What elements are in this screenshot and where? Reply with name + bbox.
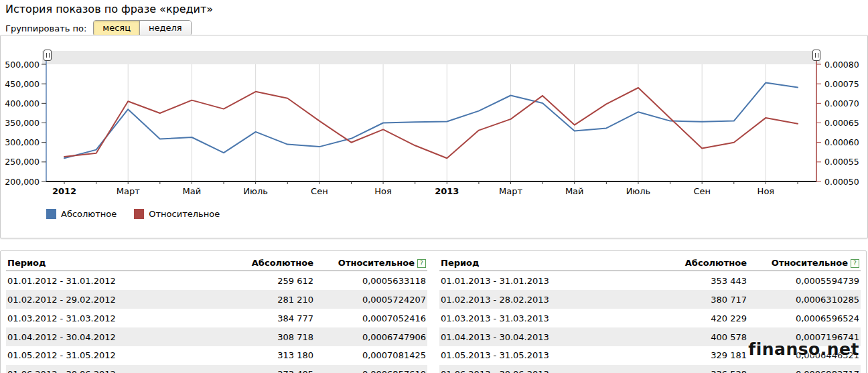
cell-period: 01.05.2012 - 31.05.2012 xyxy=(6,346,228,365)
svg-text:Сен: Сен xyxy=(311,186,328,196)
table-row: 01.05.2012 - 31.05.2012313 1800,00070814… xyxy=(6,346,427,365)
group-by-toggle: месяц неделя xyxy=(93,20,191,36)
cell-absolute: 259 612 xyxy=(228,271,315,291)
svg-text:0.00080: 0.00080 xyxy=(824,60,859,70)
svg-text:0.00060: 0.00060 xyxy=(824,137,859,147)
cell-absolute: 353 443 xyxy=(661,271,748,291)
table-row: 01.02.2013 - 28.02.2013380 7170,00063102… xyxy=(439,290,861,309)
cell-absolute: 329 181 xyxy=(661,346,748,365)
svg-text:2013: 2013 xyxy=(435,186,459,196)
svg-text:0.00075: 0.00075 xyxy=(824,79,859,89)
cell-period: 01.04.2013 - 30.04.2013 xyxy=(439,327,661,346)
table-row: 01.01.2012 - 31.01.2012259 6120,00056331… xyxy=(6,271,427,291)
range-slider-right-handle[interactable] xyxy=(812,50,820,61)
page-title: История показов по фразе «кредит» xyxy=(5,3,868,15)
cell-absolute: 313 180 xyxy=(228,346,315,365)
svg-text:Май: Май xyxy=(183,186,202,196)
svg-text:0.00070: 0.00070 xyxy=(824,98,859,108)
cell-relative: 0,0005594739 xyxy=(748,271,861,291)
cell-period: 01.06.2013 - 30.06.2013 xyxy=(439,365,661,373)
cell-relative: 0,0007052416 xyxy=(315,309,427,327)
group-by-month-button[interactable]: месяц xyxy=(94,21,139,35)
svg-text:Июль: Июль xyxy=(626,186,651,196)
table-row: 01.03.2012 - 31.03.2012384 7770,00070524… xyxy=(6,309,427,327)
line-chart: 200,000250,000300,000350,000400,000450,0… xyxy=(1,35,867,208)
cell-absolute: 308 718 xyxy=(228,327,315,346)
column-header-relative: Относительное? xyxy=(748,254,861,271)
svg-text:450,000: 450,000 xyxy=(5,79,40,89)
table-header-row: Период Абсолютное Относительное? xyxy=(6,254,427,271)
chart-legend: Абсолютное Относительное xyxy=(46,209,237,219)
cell-relative: 0,0007081425 xyxy=(315,346,427,365)
svg-text:Март: Март xyxy=(499,186,522,196)
chart-panel: 200,000250,000300,000350,000400,000450,0… xyxy=(0,35,868,238)
cell-absolute: 400 578 xyxy=(661,327,748,346)
cell-relative: 0,0006982717 xyxy=(748,365,861,373)
table-row: 01.03.2013 - 31.03.2013420 2290,00065965… xyxy=(439,309,861,327)
cell-period: 01.02.2012 - 29.02.2012 xyxy=(6,290,228,309)
cell-period: 01.03.2013 - 31.03.2013 xyxy=(439,309,661,327)
svg-text:250,000: 250,000 xyxy=(5,157,40,167)
legend-absolute-label: Абсолютное xyxy=(61,209,117,219)
svg-text:Сен: Сен xyxy=(693,186,711,196)
group-by-bar: Группировать по: месяц неделя xyxy=(5,20,868,36)
cell-period: 01.01.2012 - 31.01.2012 xyxy=(6,271,228,291)
table-row: 01.06.2013 - 30.06.2013336 5280,00069827… xyxy=(439,365,861,373)
svg-text:200,000: 200,000 xyxy=(5,177,40,187)
group-by-label: Группировать по: xyxy=(5,23,86,33)
cell-period: 01.05.2013 - 31.05.2013 xyxy=(439,346,661,365)
svg-text:0.00055: 0.00055 xyxy=(824,157,859,167)
cell-absolute: 336 528 xyxy=(661,365,748,373)
table-row: 01.04.2012 - 30.04.2012308 7180,00067479… xyxy=(6,327,427,346)
svg-text:Май: Май xyxy=(565,186,584,196)
svg-text:Ноя: Ноя xyxy=(757,186,775,196)
svg-text:400,000: 400,000 xyxy=(5,98,40,108)
column-header-period: Период xyxy=(6,254,228,271)
legend-item-relative: Относительное xyxy=(134,209,220,219)
svg-text:300,000: 300,000 xyxy=(5,137,40,147)
cell-relative: 0,0005633118 xyxy=(315,271,427,291)
cell-period: 01.02.2013 - 28.02.2013 xyxy=(439,290,661,309)
cell-absolute: 281 210 xyxy=(228,290,315,309)
cell-period: 01.06.2012 - 30.06.2012 xyxy=(6,365,228,373)
svg-text:2012: 2012 xyxy=(52,186,76,196)
cell-absolute: 420 229 xyxy=(661,309,748,327)
table-row: 01.01.2013 - 31.01.2013353 4430,00055947… xyxy=(439,271,861,291)
svg-text:350,000: 350,000 xyxy=(5,118,40,128)
stats-table-2012: Период Абсолютное Относительное? 01.01.2… xyxy=(6,254,427,373)
cell-relative: 0,0006857610 xyxy=(315,365,427,373)
cell-period: 01.04.2012 - 30.04.2012 xyxy=(6,327,228,346)
cell-absolute: 380 717 xyxy=(661,290,748,309)
cell-relative: 0,0006310285 xyxy=(748,290,861,309)
table-row: 01.02.2012 - 29.02.2012281 2100,00057242… xyxy=(6,290,427,309)
column-header-absolute: Абсолютное xyxy=(661,254,748,271)
svg-text:500,000: 500,000 xyxy=(5,60,40,70)
slider-grip-icon xyxy=(815,53,818,58)
svg-text:Ноя: Ноя xyxy=(374,186,392,196)
legend-relative-swatch xyxy=(134,209,144,219)
range-slider-left-handle[interactable] xyxy=(44,50,52,61)
help-icon[interactable]: ? xyxy=(851,259,859,268)
column-header-absolute: Абсолютное xyxy=(228,254,315,271)
watermark: finanso.net xyxy=(748,340,859,359)
help-icon[interactable]: ? xyxy=(417,259,426,268)
cell-relative: 0,0006596524 xyxy=(748,309,861,327)
table-row: 01.06.2012 - 30.06.2012273 4050,00068576… xyxy=(6,365,427,373)
svg-text:0.00050: 0.00050 xyxy=(824,177,859,187)
group-by-week-button[interactable]: неделя xyxy=(139,21,191,35)
slider-grip-icon xyxy=(46,53,50,58)
column-header-relative: Относительное? xyxy=(315,254,427,271)
table-header-row: Период Абсолютное Относительное? xyxy=(439,254,861,271)
column-header-period: Период xyxy=(439,254,661,271)
cell-period: 01.03.2012 - 31.03.2012 xyxy=(6,309,228,327)
legend-item-absolute: Абсолютное xyxy=(46,209,117,219)
data-tables-panel: Период Абсолютное Относительное? 01.01.2… xyxy=(0,250,867,373)
cell-absolute: 273 405 xyxy=(228,365,315,373)
svg-text:Июль: Июль xyxy=(243,186,268,196)
cell-relative: 0,0006747906 xyxy=(315,327,427,346)
svg-text:0.00065: 0.00065 xyxy=(824,118,859,128)
legend-relative-label: Относительное xyxy=(149,209,220,219)
cell-relative: 0,0005724207 xyxy=(315,290,427,309)
cell-absolute: 384 777 xyxy=(228,309,315,327)
cell-period: 01.01.2013 - 31.01.2013 xyxy=(439,271,661,291)
